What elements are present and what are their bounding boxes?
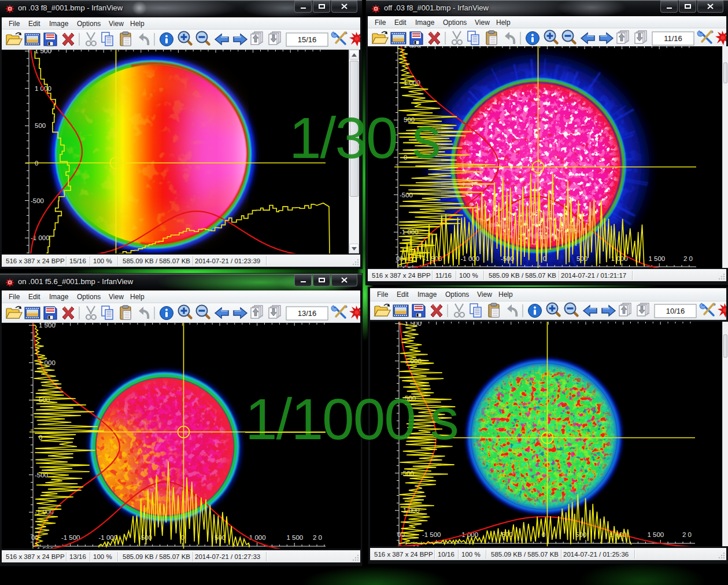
svg-text:13/16: 13/16 — [298, 309, 317, 318]
svg-text:2 0: 2 0 — [313, 534, 322, 541]
svg-text:2 0: 2 0 — [683, 255, 693, 262]
svg-text:1 500: 1 500 — [647, 531, 664, 538]
svg-text:500: 500 — [577, 255, 587, 262]
svg-text:500: 500 — [35, 122, 46, 129]
svg-text:1 500: 1 500 — [648, 255, 665, 262]
svg-text:-500: -500 — [400, 192, 413, 198]
svg-text:-1 000: -1 000 — [98, 534, 117, 541]
svg-text:-500: -500 — [31, 197, 44, 204]
svg-text:15/16: 15/16 — [298, 35, 317, 44]
svg-text:1 500: 1 500 — [35, 50, 51, 54]
svg-text:-1 000: -1 000 — [460, 255, 479, 262]
svg-text:1 500: 1 500 — [404, 46, 420, 49]
svg-text:-500: -500 — [501, 255, 514, 262]
svg-text:1 500: 1 500 — [39, 323, 56, 329]
svg-text:2 0: 2 0 — [682, 531, 692, 538]
svg-text:11/16: 11/16 — [664, 34, 682, 43]
svg-text:1 500: 1 500 — [286, 534, 303, 541]
svg-text:10/16: 10/16 — [666, 307, 685, 315]
svg-text:-1 500: -1 500 — [422, 531, 441, 538]
